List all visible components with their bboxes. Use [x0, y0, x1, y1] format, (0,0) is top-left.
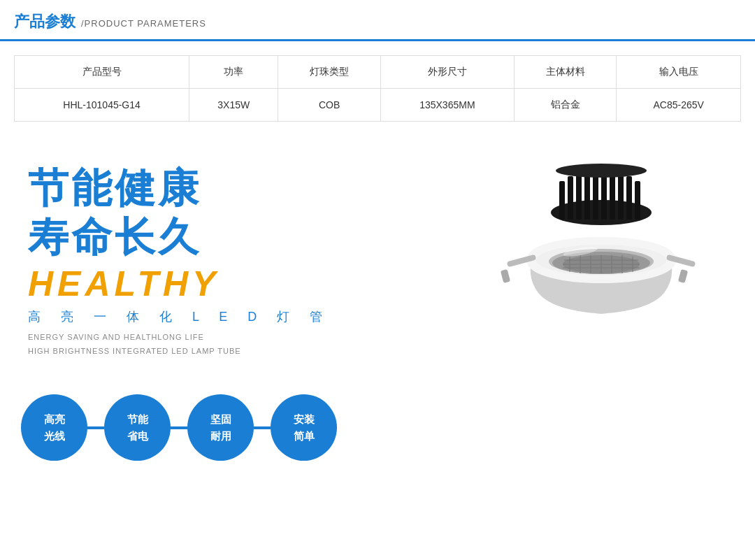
- table-header-row: 产品型号 功率 灯珠类型 外形尺寸 主体材料 输入电压: [15, 56, 741, 89]
- col-header-bulb-type: 灯珠类型: [278, 56, 380, 89]
- badges-section: 高亮光线节能省电坚固耐用安装简单: [0, 380, 755, 475]
- svg-rect-1: [559, 181, 565, 220]
- banner-text: 节能健康 寿命长久 HEALTHY 高 亮 一 体 化 L E D 灯 管 EN…: [28, 157, 461, 359]
- feature-badge: 坚固耐用: [187, 394, 254, 461]
- table-cell: AC85-265V: [617, 89, 741, 122]
- feature-badge: 安装简单: [271, 394, 337, 461]
- svg-point-11: [556, 164, 647, 178]
- svg-rect-9: [626, 176, 632, 220]
- header-title-en: /PRODUCT PARAMETERS: [81, 18, 206, 29]
- feature-badge: 节能省电: [104, 394, 171, 461]
- table-row: HHL-101045-G143X15WCOB135X365MM铝合金AC85-2…: [15, 89, 741, 122]
- col-header-power: 功率: [189, 56, 278, 89]
- svg-rect-2: [568, 176, 573, 220]
- badge-connector: [171, 426, 187, 429]
- params-table: 产品型号 功率 灯珠类型 外形尺寸 主体材料 输入电压 HHL-101045-G…: [14, 55, 741, 122]
- col-header-model: 产品型号: [15, 56, 189, 89]
- table-cell: 135X365MM: [380, 89, 514, 122]
- svg-rect-31: [678, 269, 688, 283]
- col-header-size: 外形尺寸: [380, 56, 514, 89]
- banner-healthy: HEALTHY: [28, 264, 461, 304]
- table-cell: 铝合金: [514, 89, 616, 122]
- svg-rect-7: [610, 171, 615, 220]
- banner-section: 节能健康 寿命长久 HEALTHY 高 亮 一 体 化 L E D 灯 管 EN…: [0, 129, 755, 380]
- badges-row: 高亮光线节能省电坚固耐用安装简单: [21, 394, 337, 461]
- badge-connector: [254, 426, 271, 429]
- params-table-section: 产品型号 功率 灯珠类型 外形尺寸 主体材料 输入电压 HHL-101045-G…: [0, 41, 755, 129]
- badge-line1: 坚固: [210, 411, 231, 428]
- col-header-voltage: 输入电压: [617, 56, 741, 89]
- badge-line1: 高亮: [44, 411, 65, 428]
- banner-main-zh-line2: 寿命长久: [28, 213, 461, 261]
- banner-main-zh-line1: 节能健康: [28, 164, 461, 213]
- badge-line1: 节能: [127, 411, 148, 428]
- table-cell: COB: [278, 89, 380, 122]
- page-header: 产品参数 /PRODUCT PARAMETERS: [0, 0, 755, 41]
- badge-line2: 简单: [294, 428, 315, 445]
- badge-line2: 省电: [127, 428, 148, 445]
- header-title-zh: 产品参数: [14, 11, 76, 32]
- table-cell: HHL-101045-G14: [15, 89, 189, 122]
- svg-rect-10: [635, 181, 640, 220]
- product-image-area: [461, 157, 741, 352]
- svg-rect-3: [576, 173, 582, 220]
- badge-line1: 安装: [294, 411, 315, 428]
- svg-rect-29: [501, 269, 510, 283]
- product-lamp-image: [489, 157, 713, 352]
- badge-line2: 光线: [44, 428, 65, 445]
- svg-rect-8: [618, 173, 624, 220]
- table-cell: 3X15W: [189, 89, 278, 122]
- banner-subtitle-en-line1: ENERGY SAVING AND HEALTHLONG LIFE HIGH B…: [28, 331, 461, 359]
- badge-connector: [87, 426, 104, 429]
- col-header-material: 主体材料: [514, 56, 616, 89]
- banner-subtitle-zh: 高 亮 一 体 化 L E D 灯 管: [28, 308, 461, 325]
- badge-line2: 耐用: [210, 428, 231, 445]
- feature-badge: 高亮光线: [21, 394, 87, 461]
- svg-rect-4: [584, 171, 590, 220]
